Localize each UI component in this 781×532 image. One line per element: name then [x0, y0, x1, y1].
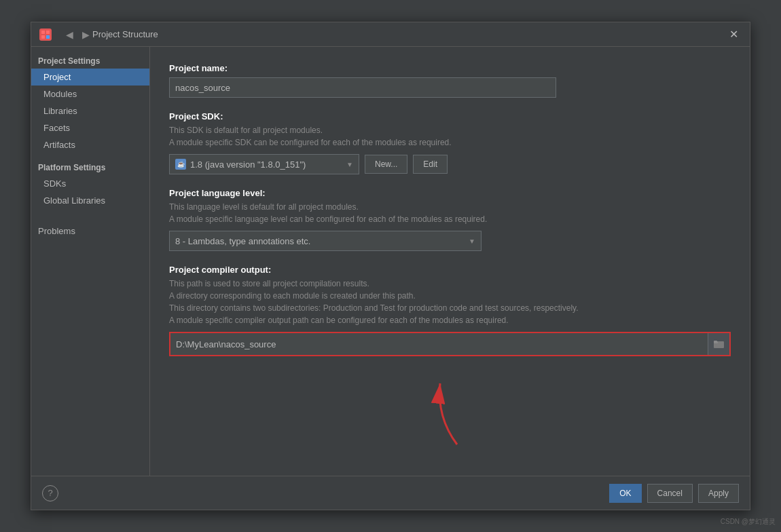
sdk-row: ☕ 1.8 (java version "1.8.0_151") ▼ New..…: [169, 154, 731, 174]
nav-buttons: ◀ ▶: [62, 28, 92, 41]
compiler-section-title: Project compiler output:: [169, 265, 731, 275]
apply-button[interactable]: Apply: [698, 484, 739, 503]
sidebar-item-global-libraries[interactable]: Global Libraries: [31, 192, 149, 209]
project-name-input[interactable]: [169, 77, 556, 98]
lang-dropdown[interactable]: 8 - Lambdas, type annotations etc. ▼: [169, 231, 482, 251]
sdk-dropdown[interactable]: ☕ 1.8 (java version "1.8.0_151") ▼: [169, 154, 359, 174]
sdk-dropdown-arrow: ▼: [346, 161, 353, 168]
compiler-desc: This path is used to store all project c…: [169, 278, 731, 326]
sidebar-item-artifacts[interactable]: Artifacts: [31, 136, 149, 153]
dialog-title: Project Structure: [92, 29, 725, 39]
svg-rect-6: [714, 341, 717, 343]
app-icon: [39, 28, 52, 41]
sdk-desc: This SDK is default for all project modu…: [169, 124, 731, 149]
sidebar-item-project[interactable]: Project: [31, 69, 149, 86]
compiler-output-container: [169, 332, 731, 356]
dialog-footer: ? OK Cancel Apply: [31, 476, 750, 510]
sidebar-item-problems[interactable]: Problems: [31, 223, 149, 240]
project-structure-dialog: ◀ ▶ Project Structure ✕ Project Settings…: [31, 22, 750, 510]
sdk-new-button[interactable]: New...: [365, 155, 407, 174]
close-button[interactable]: ✕: [725, 26, 742, 43]
watermark: CSDN @梦幻通灵: [721, 517, 776, 527]
platform-settings-heading: Platform Settings: [31, 159, 149, 175]
lang-desc: This language level is default for all p…: [169, 201, 731, 225]
sidebar-item-facets[interactable]: Facets: [31, 119, 149, 136]
project-sdk-section: Project SDK: This SDK is default for all…: [169, 111, 731, 174]
cancel-button[interactable]: Cancel: [647, 484, 693, 503]
help-button[interactable]: ?: [42, 485, 58, 501]
compiler-output-input[interactable]: [170, 333, 729, 355]
compiler-output-section: Project compiler output: This path is us…: [169, 265, 731, 356]
project-language-section: Project language level: This language le…: [169, 188, 731, 251]
folder-browse-button[interactable]: [708, 333, 729, 355]
lang-section-title: Project language level:: [169, 188, 731, 198]
svg-rect-1: [46, 31, 50, 34]
sdk-icon: ☕: [175, 159, 186, 170]
sidebar-item-libraries[interactable]: Libraries: [31, 102, 149, 119]
lang-dropdown-arrow: ▼: [469, 238, 475, 245]
folder-icon: [714, 339, 725, 349]
main-panel: Project name: Project SDK: This SDK is d…: [150, 47, 750, 476]
sdk-edit-button[interactable]: Edit: [413, 155, 448, 174]
forward-button[interactable]: ▶: [79, 28, 92, 41]
project-name-label: Project name:: [169, 63, 731, 73]
project-settings-heading: Project Settings: [31, 52, 149, 69]
title-bar: ◀ ▶ Project Structure ✕: [31, 22, 750, 47]
sidebar-item-sdks[interactable]: SDKs: [31, 175, 149, 192]
sidebar: Project Settings Project Modules Librari…: [31, 47, 150, 476]
sdk-section-title: Project SDK:: [169, 111, 731, 121]
dialog-content: Project Settings Project Modules Librari…: [31, 47, 750, 476]
sidebar-item-modules[interactable]: Modules: [31, 86, 149, 102]
project-name-section: Project name:: [169, 63, 731, 98]
svg-rect-3: [46, 35, 50, 39]
footer-left: ?: [42, 485, 58, 501]
back-button[interactable]: ◀: [62, 28, 76, 41]
arrow-annotation: [169, 377, 731, 458]
ok-button[interactable]: OK: [609, 484, 641, 503]
svg-rect-0: [41, 31, 45, 34]
svg-rect-2: [41, 35, 45, 39]
